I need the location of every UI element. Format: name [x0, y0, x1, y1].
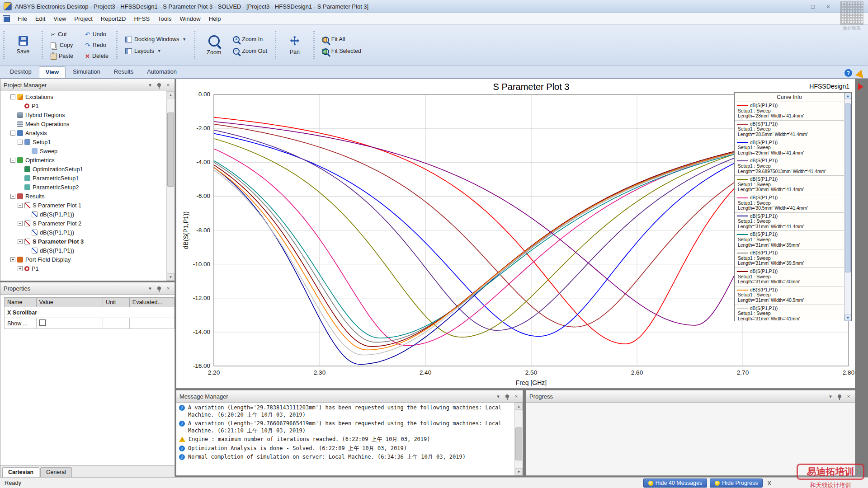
copy-button[interactable]: Copy — [48, 42, 76, 49]
panel-menu-icon[interactable]: ▾ — [827, 394, 834, 399]
undo-button[interactable]: ↶Undo — [82, 31, 111, 38]
legend-scrollbar[interactable]: ▲ ▼ — [844, 93, 851, 321]
legend-entry[interactable]: dB(S(P1,P1))Setup1 : SweepLength='28.5mm… — [735, 121, 844, 139]
tree-expander-icon[interactable]: − — [10, 94, 15, 99]
tree-expander-icon[interactable]: − — [18, 203, 23, 208]
legend-entry[interactable]: dB(S(P1,P1))Setup1 : SweepLength='30.5mm… — [735, 194, 844, 213]
hide-progress-button[interactable]: Hide Progress — [710, 479, 763, 488]
tree-item-port-field-display[interactable]: +Port Field Display — [0, 255, 166, 264]
panel-close-icon[interactable]: × — [165, 286, 171, 291]
delete-button[interactable]: ✕Delete — [82, 52, 111, 60]
message-item[interactable]: iA variation (Length='29.7660679665419mm… — [179, 420, 514, 434]
column-header-name[interactable]: Name — [5, 298, 37, 307]
legend-entry[interactable]: dB(S(P1,P1))Setup1 : SweepLength='31mm' … — [735, 231, 844, 249]
menu-project[interactable]: Project — [70, 14, 96, 23]
menu-view[interactable]: View — [49, 14, 70, 23]
hide-messages-button[interactable]: Hide 40 Messages — [643, 479, 708, 488]
legend-entry[interactable]: dB(S(P1,P1))Setup1 : SweepLength='30mm' … — [735, 176, 844, 194]
tab-desktop[interactable]: Desktop — [4, 66, 38, 78]
menu-hfss[interactable]: HFSS — [130, 14, 154, 23]
menu-help[interactable]: Help — [205, 14, 225, 23]
column-header-unit[interactable]: Unit — [103, 298, 130, 307]
scroll-up-icon[interactable]: ▲ — [167, 91, 175, 99]
column-header-evaluated[interactable]: Evaluated... — [129, 298, 174, 307]
tree-item-setup1[interactable]: −Setup1 — [0, 137, 166, 146]
scroll-up-icon[interactable]: ▲ — [844, 93, 851, 99]
tab-automation[interactable]: Automation — [141, 66, 183, 78]
pin-icon[interactable] — [157, 83, 161, 87]
tree-item-results[interactable]: −Results — [0, 192, 166, 201]
menu-tools[interactable]: Tools — [154, 14, 175, 23]
menu-report2d[interactable]: Report2D — [97, 14, 130, 23]
tree-expander-icon[interactable]: − — [18, 221, 23, 226]
tree-item-s-parameter-plot-2[interactable]: −S Parameter Plot 2 — [0, 219, 166, 228]
maximize-button[interactable]: □ — [808, 3, 817, 10]
scroll-down-icon[interactable]: ▼ — [167, 273, 175, 281]
column-header-value[interactable]: Value — [36, 298, 103, 307]
message-scrollbar[interactable]: ▲ ▼ — [514, 403, 523, 475]
legend-entry[interactable]: dB(S(P1,P1))Setup1 : SweepLength='31mm' … — [735, 249, 844, 268]
tab-cartesian[interactable]: Cartesian — [2, 467, 39, 477]
panel-menu-icon[interactable]: ▾ — [495, 394, 501, 399]
legend-entry[interactable]: dB(S(P1,P1))Setup1 : SweepLength='31mm' … — [735, 268, 844, 286]
tree-item-p1[interactable]: P1 — [0, 101, 166, 110]
tree-item-db-s-p1-p1[interactable]: dB(S(P1,P1)) — [0, 228, 166, 237]
panel-menu-icon[interactable]: ▾ — [147, 286, 153, 291]
panel-close-icon[interactable]: × — [513, 394, 519, 399]
docking-windows-button[interactable]: Docking Windows▼ — [123, 36, 189, 43]
tree-item-analysis[interactable]: −Analysis — [0, 128, 166, 137]
tree-expander-icon[interactable]: − — [18, 140, 23, 145]
pin-icon[interactable] — [157, 286, 161, 290]
legend-entry[interactable]: dB(S(P1,P1))Setup1 : SweepLength='28mm' … — [735, 102, 844, 121]
panel-menu-icon[interactable]: ▾ — [147, 82, 153, 88]
paste-button[interactable]: Paste — [48, 52, 76, 60]
scroll-down-icon[interactable]: ▼ — [515, 468, 523, 475]
document-icon[interactable] — [3, 15, 10, 22]
tree-item-mesh-operations[interactable]: Mesh Operations — [0, 119, 166, 128]
tree-expander-icon[interactable]: + — [10, 257, 15, 262]
zoom-out-button[interactable]: Zoom Out — [230, 47, 270, 55]
scroll-up-icon[interactable]: ▲ — [515, 403, 523, 410]
pin-icon[interactable] — [838, 394, 841, 398]
zoom-in-button[interactable]: Zoom In — [230, 36, 270, 43]
fit-all-button[interactable]: Fit All — [320, 36, 364, 43]
scroll-thumb[interactable] — [167, 113, 174, 187]
tree-expander-icon[interactable]: − — [10, 194, 15, 199]
tree-item-hybrid-regions[interactable]: Hybrid Regions — [0, 110, 166, 119]
tree-expander-icon[interactable]: − — [10, 158, 15, 163]
tab-simulation[interactable]: Simulation — [66, 66, 107, 78]
status-close-button[interactable]: X — [765, 480, 773, 487]
tree-expander-icon[interactable]: − — [18, 239, 23, 244]
show-checkbox[interactable] — [39, 319, 46, 326]
legend-entry[interactable]: dB(S(P1,P1))Setup1 : SweepLength='31mm' … — [735, 213, 844, 231]
tree-item-parametricsetup2[interactable]: ParametricSetup2 — [0, 183, 166, 192]
tree-item-db-s-p1-p1[interactable]: dB(S(P1,P1)) — [0, 246, 166, 255]
message-item[interactable]: Engine : maximum number of iterations re… — [179, 436, 514, 443]
tree-item-parametricsetup1[interactable]: ParametricSetup1 — [0, 174, 166, 183]
tree-expander-icon[interactable]: + — [18, 266, 23, 271]
save-button[interactable]: Save — [9, 28, 37, 62]
legend-entry[interactable]: dB(S(P1,P1))Setup1 : SweepLength='29mm' … — [735, 139, 844, 158]
minimize-button[interactable]: – — [793, 3, 802, 10]
pan-button[interactable]: Pan — [281, 28, 308, 62]
scroll-down-icon[interactable]: ▼ — [844, 314, 851, 321]
pin-icon[interactable] — [505, 394, 509, 398]
legend-entry[interactable]: dB(S(P1,P1))Setup1 : SweepLength='31mm' … — [735, 286, 844, 305]
help-icon[interactable]: ? — [844, 69, 852, 77]
message-item[interactable]: iNormal completion of simulation on serv… — [179, 454, 514, 461]
layouts-button[interactable]: Layouts▼ — [123, 47, 189, 55]
tree-expander-icon[interactable]: − — [10, 131, 15, 136]
message-item[interactable]: iA variation (Length='29.7838143111203mm… — [179, 404, 514, 418]
tree-item-db-s-p1-p1[interactable]: dB(S(P1,P1)) — [0, 210, 166, 219]
tab-results[interactable]: Results — [108, 66, 140, 78]
close-button[interactable]: × — [824, 3, 833, 10]
tree-item-sweep[interactable]: Sweep — [0, 146, 166, 155]
zoom-button[interactable]: Zoom — [200, 28, 227, 62]
scroll-thumb[interactable] — [515, 427, 522, 460]
menu-window[interactable]: Window — [175, 14, 204, 23]
menu-file[interactable]: File — [14, 14, 31, 23]
tree-item-optimetrics[interactable]: −Optimetrics — [0, 155, 166, 164]
panel-close-icon[interactable]: × — [165, 82, 171, 88]
project-tree-scrollbar[interactable]: ▲ ▼ — [166, 91, 175, 281]
tab-view[interactable]: View — [39, 66, 66, 78]
